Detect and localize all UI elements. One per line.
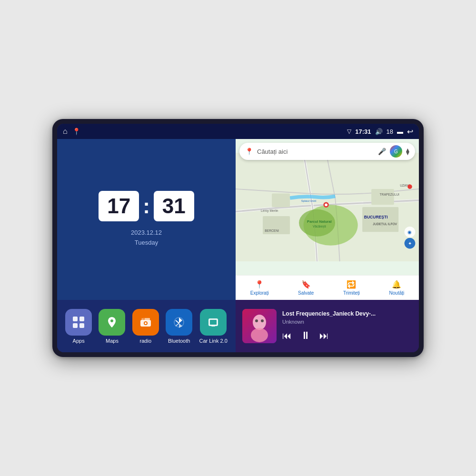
home-icon[interactable]: ⌂ [63, 127, 68, 136]
svg-rect-19 [272, 193, 290, 207]
send-icon: 🔁 [347, 280, 356, 289]
svg-point-6 [145, 322, 147, 324]
status-right-info: ▽ 17:31 🔊 18 ▬ ↩ [347, 127, 413, 136]
map-search-text: Căutați aici [257, 148, 374, 155]
left-panel: 17 : 31 2023.12.12 Tuesday [57, 139, 236, 352]
map-nav-bar: 📍 Explorați 🔖 Salvate 🔁 Trimiteți 🔔 Nout… [236, 275, 419, 300]
saved-label: Salvate [298, 290, 314, 296]
svg-point-35 [407, 184, 412, 189]
google-maps-pin-icon: 📍 [245, 148, 253, 155]
bluetooth-label: Bluetooth [168, 338, 190, 344]
svg-point-38 [251, 328, 268, 342]
app-carlink[interactable]: Car Link 2.0 [199, 309, 227, 344]
map-nav-saved[interactable]: 🔖 Salvate [298, 280, 314, 296]
device-screen: ⌂ 📍 ▽ 17:31 🔊 18 ▬ ↩ 17 : [57, 124, 419, 352]
battery-level: 18 [387, 128, 393, 135]
clock-display: 17 : 31 [99, 191, 194, 221]
music-title: Lost Frequencies_Janieck Devy-... [282, 310, 412, 317]
svg-text:BERCENI: BERCENI [265, 229, 279, 232]
send-label: Trimiteți [343, 290, 360, 296]
svg-rect-11 [210, 320, 217, 325]
maps-icon-bg [99, 309, 125, 336]
saved-icon: 🔖 [301, 280, 311, 289]
music-artist: Unknown [282, 319, 412, 325]
svg-rect-1 [79, 317, 84, 321]
bluetooth-icon-bg [166, 309, 192, 336]
explore-label: Explorați [250, 290, 269, 296]
svg-point-40 [261, 319, 264, 322]
clock-separator: : [143, 194, 150, 218]
album-art [242, 309, 277, 343]
layers-icon[interactable]: ⧫ [406, 148, 409, 155]
svg-text:Parcul Natural: Parcul Natural [307, 219, 332, 224]
svg-text:Splaiul Unirii: Splaiul Unirii [301, 199, 317, 202]
maps-status-icon[interactable]: 📍 [72, 128, 80, 135]
svg-text:◉: ◉ [407, 229, 412, 235]
svg-rect-17 [362, 207, 398, 232]
svg-rect-2 [73, 323, 78, 328]
status-left-icons: ⌂ 📍 [63, 127, 80, 136]
volume-icon: 🔊 [375, 128, 383, 135]
prev-button[interactable]: ⏮ [282, 330, 292, 341]
mic-icon[interactable]: 🎤 [378, 148, 386, 155]
next-button[interactable]: ⏭ [319, 330, 329, 341]
map-nav-news[interactable]: 🔔 Noutăți [389, 280, 405, 296]
main-area: 17 : 31 2023.12.12 Tuesday [57, 139, 419, 352]
apps-label: Apps [73, 338, 85, 344]
device-frame: ⌂ 📍 ▽ 17:31 🔊 18 ▬ ↩ 17 : [52, 119, 424, 357]
maps-label: Maps [106, 338, 119, 344]
svg-text:FM: FM [141, 317, 145, 320]
clock-minutes: 31 [154, 191, 194, 221]
back-icon[interactable]: ↩ [407, 127, 413, 136]
right-panel: Parcul Natural Văcărești BUCUREȘTI JUDEȚ… [236, 139, 419, 352]
svg-text:✦: ✦ [408, 241, 412, 246]
music-info: Lost Frequencies_Janieck Devy-... Unknow… [282, 310, 412, 342]
svg-text:BUCUREȘTI: BUCUREȘTI [364, 215, 388, 219]
app-maps[interactable]: Maps [99, 309, 125, 344]
carlink-label: Car Link 2.0 [199, 338, 227, 344]
clock-hours: 17 [99, 191, 139, 221]
music-controls: ⏮ ⏸ ⏭ [282, 329, 412, 342]
radio-icon-bg: FM [132, 309, 159, 336]
radio-label: radio [140, 338, 151, 344]
carlink-icon-bg [200, 309, 227, 336]
svg-rect-0 [73, 317, 78, 321]
svg-rect-12 [211, 326, 215, 327]
svg-text:Leroy Merlin: Leroy Merlin [261, 209, 278, 213]
svg-text:JUDEȚUL ILFOV: JUDEȚUL ILFOV [373, 222, 397, 226]
play-pause-button[interactable]: ⏸ [300, 329, 311, 342]
signal-icon: ▽ [347, 128, 351, 135]
battery-icon: ▬ [397, 128, 403, 135]
status-bar: ⌂ 📍 ▽ 17:31 🔊 18 ▬ ↩ [57, 124, 419, 139]
svg-point-39 [255, 319, 258, 322]
svg-text:TRAPEZULUI: TRAPEZULUI [380, 193, 399, 196]
time-display: 17:31 [355, 128, 371, 135]
clock-widget: 17 : 31 2023.12.12 Tuesday [57, 139, 236, 300]
svg-point-30 [325, 203, 327, 206]
svg-text:Văcărești: Văcărești [313, 225, 326, 228]
map-search-bar[interactable]: 📍 Căutați aici 🎤 G ⧫ [239, 143, 415, 160]
svg-rect-3 [79, 323, 84, 328]
apps-icon-bg [65, 309, 92, 336]
map-nav-send[interactable]: 🔁 Trimiteți [343, 280, 360, 296]
app-bar: Apps Maps [57, 300, 236, 352]
news-label: Noutăți [389, 290, 405, 296]
app-apps[interactable]: Apps [65, 309, 92, 344]
svg-point-37 [253, 315, 266, 330]
explore-icon: 📍 [255, 280, 264, 289]
google-account-icon[interactable]: G [390, 145, 402, 158]
app-radio[interactable]: FM radio [132, 309, 159, 344]
app-bluetooth[interactable]: Bluetooth [166, 309, 192, 344]
svg-rect-18 [371, 189, 394, 205]
clock-date: 2023.12.12 Tuesday [131, 228, 162, 248]
map-widget[interactable]: Parcul Natural Văcărești BUCUREȘTI JUDEȚ… [236, 139, 419, 275]
map-nav-explore[interactable]: 📍 Explorați [250, 280, 269, 296]
news-icon: 🔔 [392, 280, 401, 289]
music-player: Lost Frequencies_Janieck Devy-... Unknow… [236, 300, 419, 352]
